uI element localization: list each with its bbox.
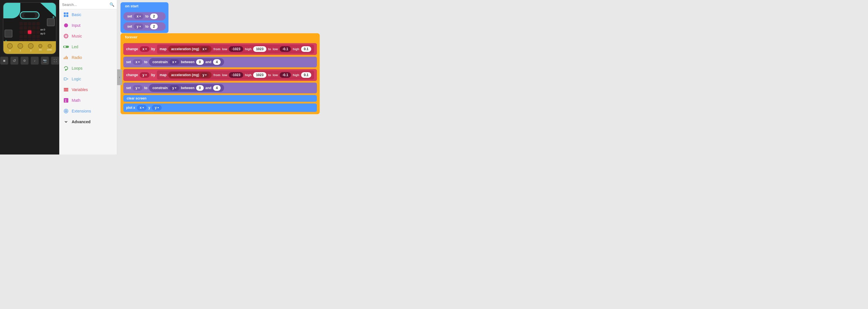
set-yc-var-dropdown[interactable]: y▾ (133, 85, 143, 91)
constrain-x-to-val[interactable]: 4 (213, 59, 221, 65)
plot-y-label: y (148, 106, 150, 110)
toolbox-item-logic[interactable]: Logic (59, 74, 117, 84)
pin-gnd[interactable] (48, 44, 52, 48)
set-x-row: set x▾ to 2 (123, 12, 166, 21)
logic-label: Logic (72, 77, 81, 81)
set-y-value[interactable]: 2 (150, 24, 158, 29)
accel-x-dropdown[interactable]: x▾ (200, 46, 209, 52)
forever-block: forever change x▾ by map acceleration (m… (121, 33, 320, 114)
variables-icon (63, 87, 69, 93)
led-cell (20, 35, 23, 38)
blocks-workspace[interactable]: on start set x▾ to 2 set y▾ to 2 (117, 0, 434, 154)
from-label-x: from (213, 47, 220, 51)
set-y-var-dropdown[interactable]: y▾ (134, 24, 144, 29)
accel-y-dropdown[interactable]: y▾ (200, 72, 209, 77)
low-val-x[interactable]: -1023 (229, 46, 243, 52)
set-y-constrain-row: set y▾ to constrain y▾ between 0 and 4 (123, 82, 317, 93)
toolbox-item-variables[interactable]: Variables (59, 84, 117, 95)
button-a[interactable] (4, 30, 12, 37)
led-cell (20, 26, 23, 30)
set-x-constrain-row: set x▾ to constrain x▾ between 0 and 4 (123, 57, 317, 67)
set-xc-label: set (126, 60, 131, 64)
to-low-val-y[interactable]: -0.1 (280, 72, 291, 78)
set-x-to-label: to (145, 14, 148, 18)
pin-2[interactable] (28, 43, 34, 49)
to-high-val-y[interactable]: 0.1 (301, 72, 312, 78)
led-matrix-container (20, 22, 40, 42)
toolbox-item-radio[interactable]: Radio (59, 52, 117, 63)
led-cell (36, 30, 40, 34)
advanced-chevron-icon (63, 119, 69, 125)
toolbox-item-basic[interactable]: Basic (59, 9, 117, 20)
led-cell (32, 22, 36, 25)
toolbox-item-led[interactable]: Led (59, 41, 117, 52)
pin-0[interactable] (7, 43, 13, 49)
microbit-display-inner (24, 13, 35, 18)
high-label-y: high (245, 73, 251, 77)
to-low-label-y: low (273, 73, 278, 77)
led-label: Led (72, 44, 78, 49)
high-val-x[interactable]: 1023 (253, 46, 267, 52)
extensions-label: Extensions (72, 109, 91, 113)
constrain-y-to-val[interactable]: 4 (213, 85, 221, 91)
plot-label: plot x (126, 106, 135, 110)
collapse-toolbox-button[interactable]: ‹ (117, 69, 122, 85)
to-low-val-x[interactable]: -0.1 (280, 46, 291, 52)
restart-button[interactable]: ↺ (10, 57, 18, 65)
music-icon (63, 33, 69, 39)
constrain-x-var-dropdown[interactable]: x▾ (169, 59, 179, 65)
accelerometer-labels: ax:0 ay:0 (40, 28, 45, 36)
input-label: Input (72, 23, 81, 28)
fullscreen-button[interactable]: ⛶ (51, 57, 59, 65)
plot-x-dropdown[interactable]: x▾ (137, 105, 147, 110)
led-cell (28, 30, 31, 34)
debug-button[interactable]: ⚙ (21, 57, 29, 65)
plot-y-dropdown[interactable]: y▾ (152, 105, 162, 110)
svg-point-5 (64, 34, 68, 38)
constrain-x-from-val[interactable]: 0 (196, 59, 204, 65)
led-matrix (20, 22, 40, 42)
led-cell (32, 30, 36, 34)
sound-button[interactable]: ♪ (31, 57, 39, 65)
toolbox-item-loops[interactable]: Loops (59, 63, 117, 74)
pin-1[interactable] (18, 43, 23, 49)
set-xc-var-dropdown[interactable]: x▾ (133, 59, 143, 65)
change-y-label: change (126, 73, 138, 77)
set-x-var-dropdown[interactable]: x▾ (134, 13, 144, 19)
toolbox-panel: 🔍 Basic Input Music Led (59, 0, 117, 154)
to-label-y: to (268, 73, 271, 77)
map-y-block: map acceleration (mg) y▾ from low -1023 … (157, 70, 314, 79)
change-y-var-dropdown[interactable]: y▾ (140, 72, 150, 78)
led-cell (32, 26, 36, 30)
by-label-x: by (151, 47, 155, 51)
toolbox-item-extensions[interactable]: Extensions (59, 106, 117, 116)
constrain-y-var-dropdown[interactable]: y▾ (169, 85, 179, 91)
search-input[interactable] (62, 3, 110, 7)
led-cell (24, 30, 27, 34)
pin-0-group: 0 (7, 43, 13, 52)
button-b[interactable] (47, 18, 55, 26)
svg-rect-0 (64, 12, 66, 14)
low-label-y: low (222, 73, 227, 77)
toolbox-item-music[interactable]: Music (59, 31, 117, 41)
screenshot-button[interactable]: 📷 (41, 57, 49, 65)
to-high-val-x[interactable]: 0.1 (301, 46, 312, 52)
basic-icon (63, 12, 69, 18)
change-x-var-dropdown[interactable]: x▾ (140, 46, 150, 52)
high-val-y[interactable]: 1023 (253, 72, 267, 78)
set-x-value[interactable]: 2 (150, 13, 158, 19)
from-label-y: from (213, 73, 220, 77)
toolbox-item-input[interactable]: Input (59, 20, 117, 31)
low-val-y[interactable]: -1023 (229, 72, 243, 78)
pin-3v[interactable] (38, 44, 42, 48)
set-x-label: set (127, 14, 132, 18)
toolbox-item-math[interactable]: ∑ Math (59, 95, 117, 106)
led-cell (36, 22, 40, 25)
stop-button[interactable]: ■ (0, 57, 8, 65)
toolbox-item-advanced[interactable]: Advanced (59, 116, 117, 127)
svg-rect-14 (64, 88, 68, 89)
set-y-row: set y▾ to 2 (123, 22, 166, 31)
to-low-label-x: low (273, 47, 278, 51)
constrain-y-from-val[interactable]: 0 (196, 85, 204, 91)
svg-rect-9 (64, 58, 64, 59)
